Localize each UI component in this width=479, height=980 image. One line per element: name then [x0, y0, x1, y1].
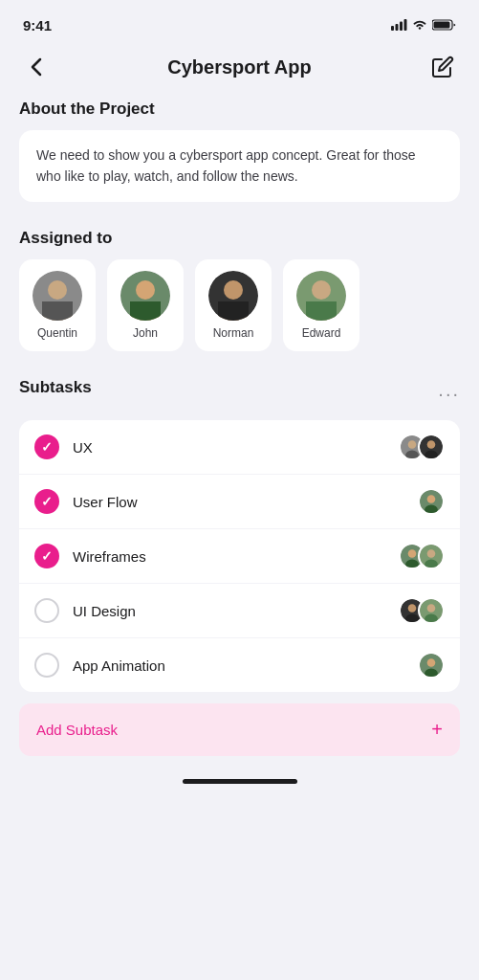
subtask-checkbox-3[interactable] [34, 598, 59, 623]
status-icons [391, 19, 456, 31]
subtask-label-2: Wireframes [73, 548, 399, 565]
status-bar: 9:41 [0, 0, 479, 42]
avatar-edward [296, 271, 346, 321]
back-button[interactable] [19, 50, 54, 84]
svg-rect-17 [218, 301, 249, 321]
add-subtask-label: Add Subtask [36, 722, 118, 738]
subtask-row[interactable]: App Animation [19, 638, 460, 692]
app-header: Cybersport App [0, 42, 479, 100]
subtasks-card: ✓UX✓User Flow✓WireframesUI DesignApp Ani… [19, 420, 460, 692]
checkmark-icon: ✓ [41, 494, 53, 509]
svg-point-38 [408, 605, 417, 613]
svg-point-15 [224, 280, 243, 300]
svg-point-42 [425, 614, 438, 624]
edit-button[interactable] [425, 50, 460, 84]
avatar-quentin [33, 271, 82, 321]
about-card: We need to show you a cybersport app con… [19, 130, 460, 202]
subtask-avatars-2 [399, 543, 445, 569]
svg-point-23 [408, 441, 417, 450]
mini-avatar-0-1 [418, 434, 445, 460]
assignee-name-edward: Edward [302, 326, 341, 340]
add-subtask-plus-icon: + [431, 719, 443, 741]
svg-rect-0 [391, 26, 394, 31]
svg-point-24 [405, 451, 419, 460]
svg-point-27 [425, 451, 438, 460]
main-content: About the Project We need to show you a … [0, 100, 479, 756]
subtask-avatars-3 [399, 597, 445, 624]
svg-point-41 [427, 605, 436, 613]
svg-rect-3 [404, 19, 407, 31]
subtasks-section-title: Subtasks [19, 378, 92, 397]
svg-point-29 [427, 496, 436, 504]
svg-rect-5 [434, 22, 450, 29]
assignee-item-edward[interactable]: Edward [283, 259, 359, 351]
subtask-avatars-4 [418, 652, 445, 679]
assigned-section-title: Assigned to [19, 229, 460, 248]
svg-point-35 [427, 550, 436, 559]
svg-point-45 [425, 669, 438, 679]
subtask-avatars-1 [418, 488, 445, 515]
subtasks-more-button[interactable]: ··· [438, 383, 460, 405]
home-indicator [0, 756, 479, 795]
about-text: We need to show you a cybersport app con… [36, 145, 443, 187]
svg-point-30 [425, 505, 438, 515]
subtask-row[interactable]: ✓Wireframes [19, 529, 460, 584]
subtask-checkbox-2[interactable]: ✓ [34, 544, 59, 568]
svg-point-11 [136, 280, 155, 300]
svg-point-33 [405, 560, 419, 569]
mini-avatar-3-1 [418, 597, 445, 624]
subtask-checkbox-0[interactable]: ✓ [34, 434, 59, 459]
assignee-name-norman: Norman [213, 326, 254, 340]
signal-icon [391, 19, 407, 31]
svg-point-7 [48, 280, 67, 300]
subtasks-header: Subtasks ··· [19, 378, 460, 409]
about-section-title: About the Project [19, 100, 460, 119]
svg-rect-9 [42, 301, 73, 321]
subtask-label-1: User Flow [73, 494, 418, 510]
checkmark-icon: ✓ [41, 439, 53, 455]
subtask-checkbox-1[interactable]: ✓ [34, 489, 59, 514]
subtask-label-3: UI Design [73, 603, 399, 619]
mini-avatar-2-1 [418, 543, 445, 569]
subtask-checkbox-4[interactable] [34, 653, 59, 678]
assignee-item-john[interactable]: John [107, 259, 184, 351]
svg-point-44 [427, 659, 436, 668]
mini-avatar-4-0 [418, 652, 445, 679]
subtasks-section: Subtasks ··· ✓UX✓User Flow✓WireframesUI … [19, 378, 460, 756]
status-time: 9:41 [23, 17, 52, 33]
subtask-row[interactable]: ✓UX [19, 420, 460, 475]
avatar-norman [208, 271, 258, 321]
assigned-section: Assigned to QuentinJohnNormanEdward [19, 229, 460, 351]
add-subtask-button[interactable]: Add Subtask + [19, 703, 460, 756]
assignee-name-john: John [133, 326, 158, 340]
svg-point-36 [425, 560, 438, 569]
subtask-row[interactable]: UI Design [19, 584, 460, 638]
subtask-avatars-0 [399, 434, 445, 460]
battery-icon [432, 19, 456, 31]
svg-rect-2 [400, 22, 403, 32]
subtask-row[interactable]: ✓User Flow [19, 475, 460, 529]
wifi-icon [412, 19, 427, 31]
svg-point-19 [312, 280, 331, 300]
home-bar [183, 779, 297, 784]
avatar-john [120, 271, 170, 321]
svg-point-39 [405, 614, 419, 624]
svg-rect-21 [306, 301, 337, 321]
page-title: Cybersport App [167, 56, 311, 78]
subtask-label-4: App Animation [73, 657, 418, 674]
svg-rect-13 [130, 301, 161, 321]
svg-point-32 [408, 550, 417, 559]
checkmark-icon: ✓ [41, 548, 53, 564]
assignee-item-quentin[interactable]: Quentin [19, 259, 96, 351]
mini-avatar-1-0 [418, 488, 445, 515]
subtask-label-0: UX [73, 439, 399, 456]
assignee-name-quentin: Quentin [37, 326, 77, 340]
svg-rect-1 [396, 24, 399, 31]
assignee-item-norman[interactable]: Norman [195, 259, 272, 351]
assignees-row: QuentinJohnNormanEdward [19, 259, 460, 351]
svg-point-26 [427, 441, 436, 450]
